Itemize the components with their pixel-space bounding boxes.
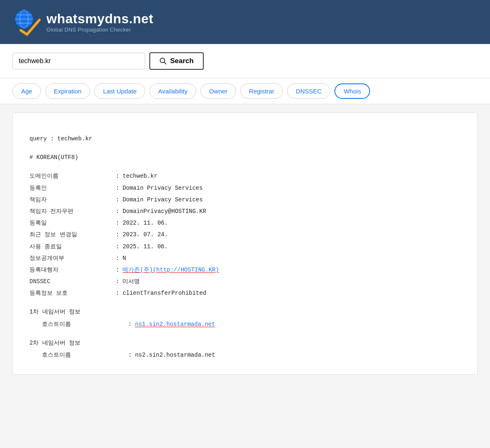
whois-field-value: clientTransferProhibited <box>122 288 206 299</box>
whois-row: DNSSEC:미서명 <box>29 277 461 287</box>
tab-dnssec[interactable]: DNSSEC <box>287 83 331 99</box>
whois-field-value: DomainPrivacy@HOSTING.KR <box>122 206 206 217</box>
tab-owner[interactable]: Owner <box>200 83 236 99</box>
tab-whois[interactable]: Whois <box>334 83 370 99</box>
whois-row: 등록인:Domain Privacy Services <box>29 183 461 193</box>
whois-field-value[interactable]: 메가존(주)(http://HOSTING.KR) <box>122 265 219 275</box>
whois-field-label: 책임자 전자우편 <box>29 206 112 217</box>
svg-line-6 <box>164 62 166 64</box>
whois-output: query : techweb.kr # KOREAN(UTF8) 도메인이름:… <box>29 134 461 360</box>
whois-field-value: N <box>122 253 126 264</box>
whois-field-label: 정보공개여부 <box>29 253 112 264</box>
whois-row: 최근 정보 변경일:2023. 07. 24. <box>29 230 461 240</box>
search-icon <box>159 57 167 65</box>
header: whatsmydns.net Global DNS Propagation Ch… <box>0 0 490 44</box>
nameserver-host-label: 호스트이름 <box>42 319 125 330</box>
whois-fields: 도메인이름:techweb.kr등록인:Domain Privacy Servi… <box>29 171 461 299</box>
nameserver-section-label: 1차 네임서버 정보 <box>29 307 461 317</box>
whois-row: 등록일:2022. 11. 06. <box>29 218 461 228</box>
tabs-area: AgeExpirationLast UpdateAvailabilityOwne… <box>0 78 490 104</box>
nameserver-host-label: 호스트이름 <box>42 350 125 360</box>
whois-field-label: 등록인 <box>29 183 112 193</box>
nameserver-section: 1차 네임서버 정보호스트이름:ns1.sin2.hostarmada.net <box>29 307 461 329</box>
whois-field-label: 사용 종료일 <box>29 242 112 252</box>
whois-field-value: 2023. 07. 24. <box>122 230 168 240</box>
nameserver-host-value[interactable]: ns1.sin2.hostarmada.net <box>135 319 215 330</box>
main-content: query : techweb.kr # KOREAN(UTF8) 도메인이름:… <box>12 113 478 375</box>
nameserver-section: 2차 네임서버 정보호스트이름:ns2.sin2.hostarmada.net <box>29 338 461 360</box>
whois-field-label: 최근 정보 변경일 <box>29 230 112 240</box>
section-header: # KOREAN(UTF8) <box>29 152 461 163</box>
search-input[interactable] <box>12 53 145 69</box>
whois-field-label: 등록대행자 <box>29 265 112 275</box>
whois-field-value: techweb.kr <box>122 171 157 181</box>
whois-row: 책임자 전자우편:DomainPrivacy@HOSTING.KR <box>29 206 461 217</box>
query-line: query : techweb.kr <box>29 134 461 144</box>
whois-nameservers: 1차 네임서버 정보호스트이름:ns1.sin2.hostarmada.net2… <box>29 307 461 360</box>
tab-availability[interactable]: Availability <box>149 83 196 99</box>
whois-row: 정보공개여부:N <box>29 253 461 264</box>
whois-field-value: Domain Privacy Services <box>122 183 202 193</box>
search-button-label: Search <box>170 57 194 65</box>
whois-field-value: 2022. 11. 06. <box>122 218 168 228</box>
logo-subtitle: Global DNS Propagation Checker <box>46 27 154 33</box>
whois-field-label: 등록일 <box>29 218 112 228</box>
tab-age[interactable]: Age <box>12 83 41 99</box>
logo-title: whatsmydns.net <box>46 11 154 27</box>
nameserver-host-value: ns2.sin2.hostarmada.net <box>135 350 215 360</box>
whois-row: 등록정보 보호:clientTransferProhibited <box>29 288 461 299</box>
whois-field-label: DNSSEC <box>29 277 112 287</box>
search-button[interactable]: Search <box>149 52 204 70</box>
nameserver-host-row: 호스트이름:ns1.sin2.hostarmada.net <box>29 319 461 330</box>
tab-expiration[interactable]: Expiration <box>45 83 90 99</box>
whois-field-value: 미서명 <box>122 277 140 287</box>
logo-container: whatsmydns.net Global DNS Propagation Ch… <box>12 7 154 37</box>
whois-field-label: 등록정보 보호 <box>29 288 112 299</box>
whois-field-value: Domain Privacy Services <box>122 195 202 205</box>
whois-field-label: 도메인이름 <box>29 171 112 181</box>
whois-row: 사용 종료일:2025. 11. 06. <box>29 242 461 252</box>
whois-field-label: 책임자 <box>29 195 112 205</box>
whois-field-value: 2025. 11. 06. <box>122 242 168 252</box>
whois-row: 책임자:Domain Privacy Services <box>29 195 461 205</box>
whois-row: 도메인이름:techweb.kr <box>29 171 461 181</box>
logo-text: whatsmydns.net Global DNS Propagation Ch… <box>46 11 154 33</box>
nameserver-section-label: 2차 네임서버 정보 <box>29 338 461 348</box>
search-area: Search <box>0 44 490 78</box>
tab-last-update[interactable]: Last Update <box>94 83 145 99</box>
tab-registrar[interactable]: Registrar <box>240 83 283 99</box>
nameserver-host-row: 호스트이름:ns2.sin2.hostarmada.net <box>29 350 461 360</box>
whois-row: 등록대행자:메가존(주)(http://HOSTING.KR) <box>29 265 461 275</box>
logo-icon <box>12 7 41 37</box>
